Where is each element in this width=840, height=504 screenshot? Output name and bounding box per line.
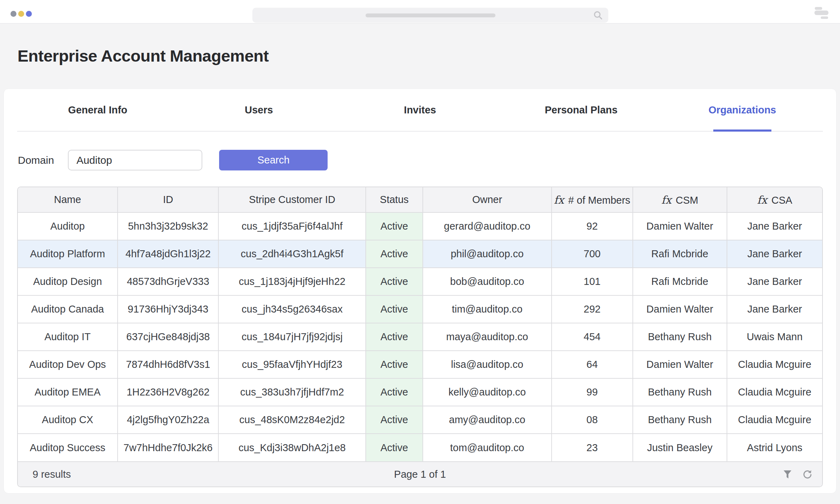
cell-csm[interactable]: Damien Walter bbox=[633, 212, 727, 240]
browser-address-bar[interactable] bbox=[252, 8, 608, 23]
window-dot-yellow[interactable] bbox=[18, 11, 24, 17]
cell-owner[interactable]: bob@auditop.co bbox=[423, 268, 552, 295]
table-row[interactable]: Auditop IT 637cjHGe848jdj38 cus_184u7jH7… bbox=[18, 323, 822, 351]
cell-stripe-customer-id[interactable]: cus_2dh4i4G3h1Agk5f bbox=[218, 240, 366, 268]
cell-csm[interactable]: Damien Walter bbox=[633, 295, 727, 323]
cell-org-id[interactable]: 5hn3h3j32b9sk32 bbox=[118, 212, 218, 240]
cell-members[interactable]: 454 bbox=[552, 323, 633, 351]
cell-owner[interactable]: lisa@auditop.co bbox=[423, 351, 552, 378]
domain-input[interactable] bbox=[68, 150, 202, 170]
table-row[interactable]: Auditop Design 48573dhGrjeV333 cus_1j183… bbox=[18, 268, 822, 295]
cell-name[interactable]: Auditop Canada bbox=[18, 295, 118, 323]
cell-name[interactable]: Auditop EMEA bbox=[18, 378, 118, 406]
cell-stripe-customer-id[interactable]: cus_95faaVfjhYHdjf23 bbox=[218, 351, 366, 378]
cell-org-id[interactable]: 637cjHGe848jdj38 bbox=[118, 323, 218, 351]
cell-org-id[interactable]: 48573dhGrjeV333 bbox=[118, 268, 218, 295]
cell-status[interactable]: Active bbox=[366, 351, 423, 378]
cell-csm[interactable]: Bethany Rush bbox=[633, 406, 727, 434]
cell-members[interactable]: 08 bbox=[552, 406, 633, 434]
cell-org-id[interactable]: 7874dhH6d8fV3s1 bbox=[118, 351, 218, 378]
cell-org-id[interactable]: 4j2lg5fhgY0Zh22a bbox=[118, 406, 218, 434]
window-dot-gray[interactable] bbox=[10, 11, 16, 17]
footer-icons bbox=[782, 469, 812, 479]
cell-status[interactable]: Active bbox=[366, 378, 423, 406]
cell-name[interactable]: Auditop Dev Ops bbox=[18, 351, 118, 378]
cell-members[interactable]: 700 bbox=[552, 240, 633, 268]
tab-general-info[interactable]: General Info bbox=[17, 89, 178, 131]
stacked-bar-top bbox=[815, 7, 822, 10]
cell-members[interactable]: 99 bbox=[552, 378, 633, 406]
cell-csm[interactable]: Damien Walter bbox=[633, 351, 727, 378]
cell-org-id[interactable]: 7w7hHdhe7f0Jk2k6 bbox=[118, 434, 218, 461]
search-button[interactable]: Search bbox=[219, 150, 328, 170]
cell-stripe-customer-id[interactable]: cus_Kdj3i38wDhA2j1e8 bbox=[218, 434, 366, 461]
cell-members[interactable]: 101 bbox=[552, 268, 633, 295]
table-row[interactable]: Auditop CX 4j2lg5fhgY0Zh22a cus_48sK0M2z… bbox=[18, 406, 822, 434]
cell-csa[interactable]: Jane Barker bbox=[727, 240, 822, 268]
cell-name[interactable]: Auditop bbox=[18, 212, 118, 240]
cell-members[interactable]: 292 bbox=[552, 295, 633, 323]
cell-owner[interactable]: tim@auditop.co bbox=[423, 295, 552, 323]
table-row[interactable]: Auditop EMEA 1H2z36H2V8g262 cus_383u3h7j… bbox=[18, 378, 822, 406]
cell-csm[interactable]: Rafi Mcbride bbox=[633, 268, 727, 295]
cell-members[interactable]: 92 bbox=[552, 212, 633, 240]
cell-csa[interactable]: Astrid Lyons bbox=[727, 434, 822, 461]
cell-stripe-customer-id[interactable]: cus_1j183j4jHjf9jeHh22 bbox=[218, 268, 366, 295]
cell-csa[interactable]: Claudia Mcguire bbox=[727, 351, 822, 378]
cell-members[interactable]: 64 bbox=[552, 351, 633, 378]
cell-stripe-customer-id[interactable]: cus_1jdjf35aFj6f4alJhf bbox=[218, 212, 366, 240]
cell-csm[interactable]: Bethany Rush bbox=[633, 323, 727, 351]
table-row[interactable]: Auditop Dev Ops 7874dhH6d8fV3s1 cus_95fa… bbox=[18, 351, 822, 378]
cell-status[interactable]: Active bbox=[366, 406, 423, 434]
cell-owner[interactable]: gerard@auditop.co bbox=[423, 212, 552, 240]
domain-filter-row: Domain Search bbox=[18, 150, 836, 170]
cell-org-id[interactable]: 4hf7a48jdGh1l3j22 bbox=[118, 240, 218, 268]
table-row[interactable]: Auditop Success 7w7hHdhe7f0Jk2k6 cus_Kdj… bbox=[18, 434, 822, 461]
cell-stripe-customer-id[interactable]: cus_48sK0M2z84e2jd2 bbox=[218, 406, 366, 434]
cell-csm[interactable]: Rafi Mcbride bbox=[633, 240, 727, 268]
tab-users[interactable]: Users bbox=[178, 89, 339, 131]
tab-invites[interactable]: Invites bbox=[340, 89, 500, 131]
cell-csa[interactable]: Jane Barker bbox=[727, 212, 822, 240]
cell-owner[interactable]: amy@auditop.co bbox=[423, 406, 552, 434]
cell-name[interactable]: Auditop Platform bbox=[18, 240, 118, 268]
tab-personal-plans[interactable]: Personal Plans bbox=[500, 89, 662, 131]
table-row[interactable]: Auditop Canada 91736HhjY3dj343 cus_jh34s… bbox=[18, 295, 822, 323]
filter-funnel-icon[interactable] bbox=[782, 469, 793, 479]
stacked-bars-icon[interactable] bbox=[814, 7, 828, 19]
cell-csa[interactable]: Claudia Mcguire bbox=[727, 406, 822, 434]
cell-owner[interactable]: kelly@auditop.co bbox=[423, 378, 552, 406]
tab-organizations[interactable]: Organizations bbox=[662, 89, 823, 131]
cell-csm[interactable]: Bethany Rush bbox=[633, 378, 727, 406]
cell-stripe-customer-id[interactable]: cus_jh34s5g26346sax bbox=[218, 295, 366, 323]
cell-members[interactable]: 23 bbox=[552, 434, 633, 461]
cell-status[interactable]: Active bbox=[366, 212, 423, 240]
cell-status[interactable]: Active bbox=[366, 323, 423, 351]
cell-name[interactable]: Auditop CX bbox=[18, 406, 118, 434]
cell-name[interactable]: Auditop IT bbox=[18, 323, 118, 351]
cell-stripe-customer-id[interactable]: cus_383u3h7jfjHdf7m2 bbox=[218, 378, 366, 406]
refresh-icon[interactable] bbox=[802, 469, 812, 479]
cell-csm[interactable]: Justin Beasley bbox=[633, 434, 727, 461]
cell-stripe-customer-id[interactable]: cus_184u7jH7jfj92jdjsj bbox=[218, 323, 366, 351]
cell-org-id[interactable]: 91736HhjY3dj343 bbox=[118, 295, 218, 323]
cell-csa[interactable]: Claudia Mcguire bbox=[727, 378, 822, 406]
table-row[interactable]: Auditop 5hn3h3j32b9sk32 cus_1jdjf35aFj6f… bbox=[18, 212, 822, 240]
cell-csa[interactable]: Jane Barker bbox=[727, 295, 822, 323]
cell-name[interactable]: Auditop Design bbox=[18, 268, 118, 295]
cell-status[interactable]: Active bbox=[366, 240, 423, 268]
table-row[interactable]: Auditop Platform 4hf7a48jdGh1l3j22 cus_2… bbox=[18, 240, 822, 268]
window-dot-indigo[interactable] bbox=[26, 11, 32, 17]
cell-name[interactable]: Auditop Success bbox=[18, 434, 118, 461]
cell-owner[interactable]: tom@auditop.co bbox=[423, 434, 552, 461]
cell-status[interactable]: Active bbox=[366, 434, 423, 461]
column-header: Name bbox=[18, 187, 118, 212]
cell-csa[interactable]: Uwais Mann bbox=[727, 323, 822, 351]
column-header: ID bbox=[118, 187, 218, 212]
cell-status[interactable]: Active bbox=[366, 268, 423, 295]
cell-csa[interactable]: Jane Barker bbox=[727, 268, 822, 295]
cell-owner[interactable]: maya@auditop.co bbox=[423, 323, 552, 351]
cell-org-id[interactable]: 1H2z36H2V8g262 bbox=[118, 378, 218, 406]
cell-status[interactable]: Active bbox=[366, 295, 423, 323]
cell-owner[interactable]: phil@auditop.co bbox=[423, 240, 552, 268]
